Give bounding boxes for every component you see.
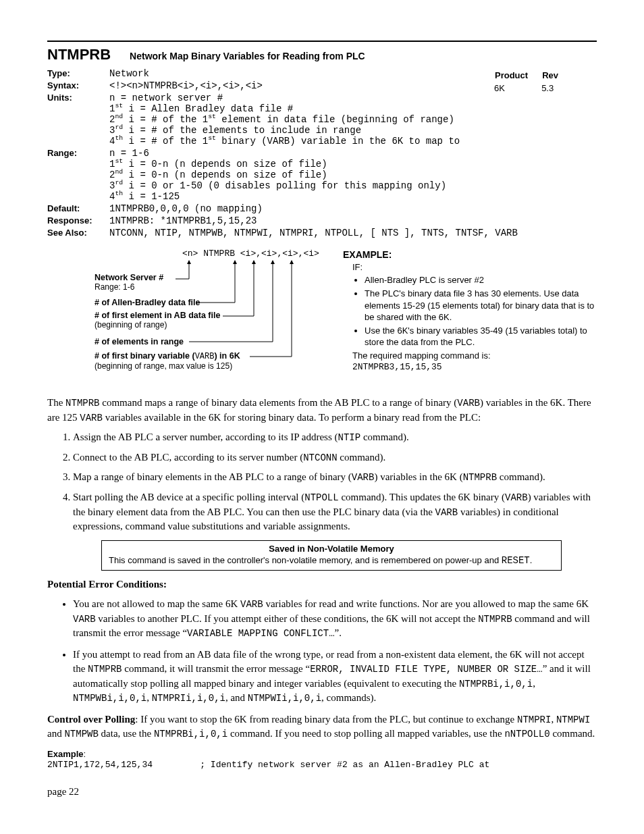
diagram-label-num-elem: # of elements in range <box>95 337 184 346</box>
diagram-and-example: <n> NTMPRB <i>,<i>,<i>,<i> Network Serve… <box>47 249 597 384</box>
example-bullet: The PLC's binary data file 3 has 30 elem… <box>365 288 597 323</box>
default-value: 1NTMPRB0,0,0,0 (no mapping) <box>109 203 597 215</box>
range-label: Range: <box>47 147 109 203</box>
command-header: NTMPRB Network Map Binary Variables for … <box>47 46 597 63</box>
seealso-label: See Also: <box>47 227 109 239</box>
type-value: Network <box>109 68 493 80</box>
diagram-label-file: # of Allen-Bradley data file <box>95 298 200 307</box>
response-label: Response: <box>47 215 109 227</box>
example-bullet: Allen-Bradley PLC is server #2 <box>365 274 597 286</box>
example-heading: EXAMPLE: <box>343 249 597 261</box>
product-rev-table: ProductRev 6K5.3 <box>493 68 572 95</box>
intro-paragraph: The NTMPRB command maps a range of binar… <box>47 396 597 425</box>
errors-list: You are not allowed to map the same 6K V… <box>73 597 597 706</box>
units-value: n = network server # 1st i = Allen Bradl… <box>109 92 493 147</box>
example-required: The required mapping command is: <box>352 350 597 362</box>
diagram-label-server: Network Server # <box>95 273 163 282</box>
code-line: 2NTIP1,172,54,125,34 ; Identify network … <box>47 760 597 770</box>
range-value: n = 1-6 1st i = 0-n (n depends on size o… <box>109 147 597 203</box>
step-item: Connect to the AB PLC, according to its … <box>73 450 597 465</box>
default-label: Default: <box>47 203 109 215</box>
error-item: If you attempt to read from an AB data f… <box>73 648 597 706</box>
polling-paragraph: Control over Polling: If you want to sto… <box>47 712 597 741</box>
step-item: Map a range of binary elements in the AB… <box>73 470 597 485</box>
code-example: Example: 2NTIP1,172,54,125,34 ; Identify… <box>47 748 597 770</box>
seealso-value: NTCONN, NTIP, NTMPWB, NTMPWI, NTMPRI, NT… <box>109 227 597 239</box>
step-item: Assign the AB PLC a server number, accor… <box>73 430 597 445</box>
spec-table: Type: Network ProductRev 6K5.3 Syntax: <… <box>47 68 597 239</box>
syntax-label: Syntax: <box>47 80 109 92</box>
nonvolatile-box: Saved in Non-Volatile Memory This comman… <box>101 540 562 571</box>
syntax-diagram: <n> NTMPRB <i>,<i>,<i>,<i> Network Serve… <box>47 249 331 384</box>
example-if: IF: <box>352 261 597 273</box>
page-number: page 22 <box>47 786 597 798</box>
response-value: 1NTMPRB: *1NTMPRB1,5,15,23 <box>109 215 597 227</box>
example-block: EXAMPLE: IF: Allen-Bradley PLC is server… <box>343 249 597 384</box>
steps-list: Assign the AB PLC a server number, accor… <box>73 430 597 533</box>
units-label: Units: <box>47 92 109 147</box>
step-item: Start polling the AB device at a specifi… <box>73 490 597 533</box>
command-title: Network Map Binary Variables for Reading… <box>130 51 365 61</box>
type-label: Type: <box>47 68 109 80</box>
command-name: NTMPRB <box>47 46 111 63</box>
error-item: You are not allowed to map the same 6K V… <box>73 597 597 641</box>
example-command: 2NTMPRB3,15,15,35 <box>352 361 597 373</box>
nv-title: Saved in Non-Volatile Memory <box>109 544 554 554</box>
diagram-label-first-elem: # of first element in AB data file <box>95 311 220 320</box>
top-rule <box>47 41 597 42</box>
errors-heading: Potential Error Conditions: <box>47 577 597 592</box>
syntax-value: <!><n>NTMPRB<i>,<i>,<i>,<i> <box>109 80 493 92</box>
example-bullet: Use the 6K's binary variables 35-49 (15 … <box>365 325 597 348</box>
